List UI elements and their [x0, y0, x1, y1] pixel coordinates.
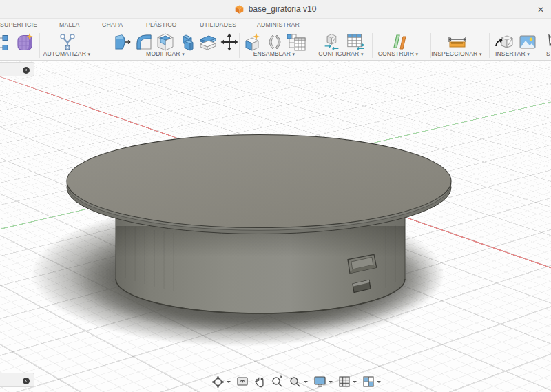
- tab-malla[interactable]: MALLA: [59, 21, 80, 28]
- group-separator: [541, 33, 541, 58]
- group-label-construir[interactable]: CONSTRUIR ▾: [378, 50, 419, 57]
- close-button[interactable]: ✕: [534, 3, 547, 16]
- pan-icon[interactable]: [253, 375, 266, 388]
- group-label-seleccionar[interactable]: S: [546, 50, 550, 57]
- select-icon[interactable]: [546, 32, 551, 52]
- tab-utilidades[interactable]: UTILIDADES: [200, 21, 236, 28]
- create-form-icon[interactable]: [14, 32, 35, 53]
- display-dropdown[interactable]: [329, 381, 333, 383]
- group-label-automatizar[interactable]: AUTOMATIZAR ▾: [43, 50, 91, 57]
- joint-icon[interactable]: [265, 32, 284, 52]
- tab-plastico[interactable]: PLÁSTICO: [146, 21, 177, 28]
- group-label-configurar[interactable]: CONFIGURAR ▾: [318, 50, 363, 57]
- zoom-window-icon[interactable]: [289, 375, 302, 389]
- orbit-icon[interactable]: [211, 375, 225, 389]
- viewports-dropdown[interactable]: [377, 381, 381, 383]
- tab-chapa[interactable]: CHAPA: [102, 21, 123, 28]
- viewports-icon[interactable]: [362, 375, 375, 388]
- measure-icon[interactable]: [447, 32, 468, 52]
- browser-panel-collapsed[interactable]: ‹: [0, 62, 34, 76]
- group-separator: [315, 33, 315, 58]
- press-pull-icon[interactable]: [113, 32, 132, 52]
- ribbon-tabs: SUPERFICIE MALLA CHAPA PLÁSTICO UTILIDAD…: [0, 19, 551, 31]
- surface-tool-icon[interactable]: [0, 32, 10, 52]
- bom-table-icon[interactable]: [286, 32, 306, 52]
- fusion-document-icon: [235, 5, 244, 14]
- grid-dropdown[interactable]: [353, 381, 357, 383]
- group-separator: [39, 33, 40, 58]
- configure-icon[interactable]: [322, 32, 341, 51]
- viewport-3d[interactable]: ‹ ‹: [0, 61, 551, 392]
- zoom-dropdown[interactable]: [304, 381, 308, 383]
- group-label-modificar[interactable]: MODIFICAR ▾: [146, 50, 185, 57]
- document-title: base_giratoria v10: [249, 4, 317, 14]
- comments-panel-collapsed[interactable]: ‹: [0, 373, 34, 387]
- titlebar: base_giratoria v10 ✕: [0, 0, 551, 19]
- ribbon-toolbar: AUTOMATIZAR ▾ MODIFICAR: [0, 31, 551, 61]
- look-at-icon[interactable]: [236, 375, 249, 388]
- group-separator: [112, 33, 112, 58]
- shell-icon[interactable]: [156, 32, 175, 52]
- model-base-giratoria[interactable]: [0, 61, 551, 392]
- move-icon[interactable]: [220, 32, 239, 52]
- tab-superficie[interactable]: SUPERFICIE: [0, 21, 37, 28]
- navigation-bar: [211, 375, 382, 389]
- group-separator: [489, 33, 490, 58]
- grid-settings-icon[interactable]: [338, 375, 351, 388]
- insert-derive-icon[interactable]: [495, 32, 514, 52]
- insert-image-icon[interactable]: [518, 32, 537, 52]
- offset-face-icon[interactable]: [198, 32, 218, 52]
- comments-expand-dot[interactable]: ‹: [23, 378, 30, 384]
- configuration-table-icon[interactable]: [346, 32, 366, 51]
- automate-icon[interactable]: [58, 32, 77, 52]
- fillet-icon[interactable]: [134, 32, 154, 52]
- group-separator: [372, 33, 373, 58]
- group-label-ensamblar[interactable]: ENSAMBLAR ▾: [253, 50, 295, 57]
- group-label-inspeccionar[interactable]: INSPECCIONAR ▾: [431, 50, 481, 57]
- browser-expand-dot[interactable]: ‹: [23, 67, 30, 74]
- group-separator: [239, 33, 240, 58]
- display-settings-icon[interactable]: [313, 375, 326, 388]
- construct-plane-icon[interactable]: [390, 32, 409, 52]
- combine-icon[interactable]: [177, 32, 196, 52]
- orbit-dropdown[interactable]: [227, 381, 231, 383]
- new-component-icon[interactable]: [242, 32, 262, 52]
- group-label-insertar[interactable]: INSERTAR ▾: [495, 50, 530, 57]
- zoom-icon[interactable]: [271, 375, 284, 389]
- disc-top[interactable]: [67, 135, 451, 228]
- tab-administrar[interactable]: ADMINISTRAR: [257, 21, 300, 28]
